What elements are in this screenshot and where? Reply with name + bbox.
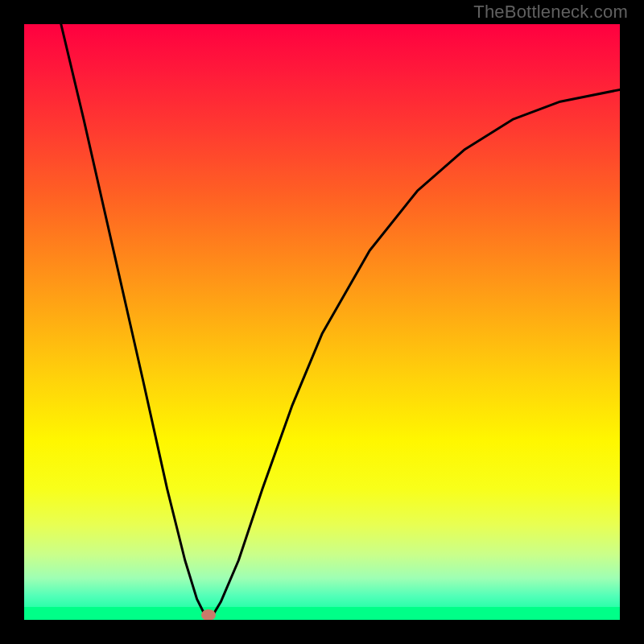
watermark-label: TheBottleneck.com	[473, 2, 628, 23]
bottleneck-curve	[24, 24, 620, 620]
chart-frame: TheBottleneck.com	[0, 0, 644, 644]
minimum-marker-icon	[201, 609, 216, 620]
plot-area	[24, 24, 620, 620]
